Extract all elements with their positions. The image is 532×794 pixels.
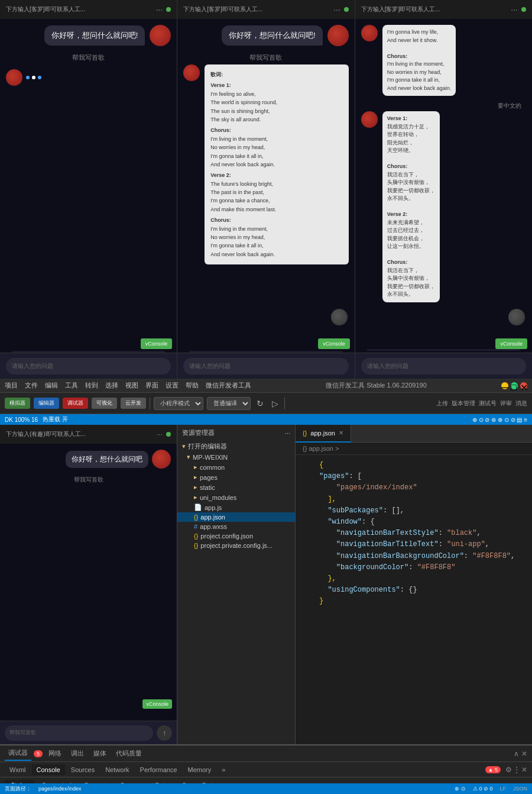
devtools-tab-network[interactable]: 网络 (45, 747, 65, 760)
toolbar-version-label: 版本管理 (452, 399, 475, 408)
devtools-collapse-icon[interactable]: ∧ (514, 750, 519, 758)
preview-vconsole-btn[interactable]: vConsole (142, 699, 172, 709)
editor-breadcrumb: {} app.json > (296, 443, 532, 455)
devtools-tab-more[interactable]: » (217, 764, 230, 775)
tree-item-project-private[interactable]: {} project.private.config.js... (177, 541, 295, 550)
line-num-11 (300, 573, 312, 585)
menu-item-devtools[interactable]: 微信开发者工具 (206, 381, 251, 390)
tree-item-project-config[interactable]: {} project.config.json (177, 531, 295, 541)
vconsole-btn-3[interactable]: vConsole (495, 338, 527, 349)
window-min-btn[interactable]: ─ (501, 382, 508, 389)
ai-avatar-3 (361, 25, 378, 41)
menu-item-select[interactable]: 选择 (105, 381, 118, 390)
code-content[interactable]: { "pages": [ "pages/index/index" ], "sub… (296, 455, 532, 744)
menu-item-help[interactable]: 帮助 (186, 381, 199, 390)
ai-avatar-1 (6, 69, 22, 86)
phone-input-1[interactable]: 请输入您的问题 (6, 358, 171, 375)
tree-item-appjs[interactable]: 📄 app.js (177, 502, 295, 512)
preview-send-btn[interactable]: ↑ (157, 725, 172, 741)
ide-bottom-status: 页面路径： pages/index/index ⊕ ⊙ ⚠ 0 ⊘ 0 LF J… (0, 783, 532, 794)
menu-item-edit[interactable]: 编辑 (45, 381, 58, 390)
window-close-btn[interactable]: ✕ (520, 382, 527, 389)
devtools-close2-icon[interactable]: ✕ (521, 766, 527, 774)
devtools-error-badge: ▲ 5 (485, 766, 501, 773)
code-text-3: "pages/index/index" (319, 482, 527, 493)
devtools-tab-network2[interactable]: Network (100, 764, 134, 775)
toolbar-editor-btn[interactable]: 编辑器 (34, 398, 59, 409)
devtools-tab-debug[interactable]: 调试器 (5, 746, 31, 761)
devtools-tab-sources[interactable]: Sources (66, 764, 99, 775)
tree-item-open-editors[interactable]: ▾ 打开的编辑器 (177, 441, 295, 452)
menu-item-goto[interactable]: 转到 (85, 381, 98, 390)
vconsole-btn-2[interactable]: vConsole (318, 338, 350, 349)
toolbar: 模拟器 编辑器 调试器 可视化 云开发 小程序模式 普通编译 ↻ ▷ 上传 版本… (0, 393, 532, 414)
code-line-7: "navigationBarTextStyle": "black", (300, 528, 527, 539)
toolbar-debugger-btn[interactable]: 调试器 (63, 398, 88, 409)
tab-close-icon[interactable]: ✕ (339, 430, 343, 436)
devtools-tab-output[interactable]: 调出 (67, 747, 87, 760)
tree-item-common[interactable]: ▸ common (177, 462, 295, 472)
verse1-2: I'm feeling so alive,The world is spinni… (210, 90, 342, 124)
code-line-3: "pages/index/index" (300, 482, 527, 493)
tree-item-appjson[interactable]: {} app.json (177, 512, 295, 522)
compile-select[interactable]: 普通编译 (207, 397, 251, 410)
devtools-tab-console[interactable]: Console (32, 764, 65, 775)
greeting-bubble-1: 你好呀，想问什么就问吧! (44, 25, 145, 46)
tree-label-project-config: project.config.json (200, 532, 253, 540)
phone-bottom-bar-2: 请输入您的问题 (177, 353, 354, 379)
menu-item-file[interactable]: 文件 (25, 381, 38, 390)
more-icon-2[interactable]: ··· (333, 5, 340, 14)
menu-item-view[interactable]: 视图 (125, 381, 138, 390)
phone-bottom-bar-1: 请输入您的问题 (0, 353, 177, 379)
bottom-counts: ⚠ 0 ⊘ 0 (473, 786, 493, 792)
chorus2-2: I'm living in the moment,No worries in m… (210, 225, 342, 259)
devtools-tab-memory[interactable]: Memory (183, 764, 216, 775)
line-num-2 (300, 471, 312, 482)
editor-tab-appjson[interactable]: {} app.json ✕ (296, 425, 351, 443)
more-icon-1[interactable]: ··· (156, 5, 163, 14)
toolbar-visual-btn[interactable]: 可视化 (92, 398, 117, 409)
explorer-more-btn[interactable]: ··· (285, 430, 290, 437)
devtools-settings-icon[interactable]: ⚙ (505, 766, 512, 774)
toolbar-msg-label: 消息 (515, 399, 527, 408)
file-pprivate-icon: {} (194, 542, 198, 549)
tree-item-appwxss[interactable]: # app.wxss (177, 522, 295, 531)
toolbar-review-label: 评审 (500, 399, 512, 408)
top-lyrics-bubble: I'm gonna live my life,And never let it … (382, 25, 456, 96)
tree-item-mp-weixin[interactable]: ▾ MP-WEIXIN (177, 452, 295, 462)
forward-icon[interactable]: ▷ (270, 398, 281, 409)
devtools-tab-quality[interactable]: 代码质量 (112, 747, 145, 760)
devtools-tab-wxml[interactable]: Wxml (5, 764, 31, 775)
menu-item-interface[interactable]: 界面 (145, 381, 158, 390)
devtools-tab-media[interactable]: 媒体 (90, 747, 110, 760)
tree-item-static[interactable]: ▸ static (177, 482, 295, 492)
preview-input[interactable]: 帮我写首歌 (5, 725, 153, 741)
phone-content-2: 你好呀，想问什么就问吧! 帮我写首歌 歌词: Verse 1: I'm feel… (177, 19, 354, 379)
editor-tabs: {} app.json ✕ (296, 425, 532, 443)
toolbar-simulator-btn[interactable]: 模拟器 (5, 398, 30, 409)
tree-item-uni-modules[interactable]: ▸ uni_modules (177, 492, 295, 502)
phone-input-3[interactable]: 请输入您的问题 (361, 358, 526, 375)
more-icon-3[interactable]: ··· (511, 5, 518, 14)
code-editor: {} app.json ✕ {} app.json > { "pages": [… (296, 425, 532, 744)
devtools-vertical-dots[interactable]: ⋮ (513, 766, 520, 774)
menu-item-settings[interactable]: 设置 (166, 381, 179, 390)
file-wxss-icon: # (194, 523, 197, 530)
refresh-icon[interactable]: ↻ (254, 398, 266, 409)
toolbar-cloud-btn[interactable]: 云开发 (121, 398, 146, 409)
tree-item-pages[interactable]: ▸ pages (177, 472, 295, 482)
code-text-10: "backgroundColor": "#F8F8F8" (319, 562, 527, 573)
menu-item-project[interactable]: 项目 (5, 381, 18, 390)
phone-input-2[interactable]: 请输入您的问题 (183, 358, 348, 375)
menu-item-tools[interactable]: 工具 (65, 381, 78, 390)
mode-select[interactable]: 小程序模式 (154, 397, 203, 410)
devtools-close-icon[interactable]: ✕ (521, 750, 527, 758)
vconsole-btn-1[interactable]: vConsole (141, 338, 173, 349)
bottom-page-path: pages/index/index (38, 786, 82, 792)
window-max-btn[interactable]: □ (511, 382, 518, 389)
preview-status-dot (166, 432, 171, 437)
phone-header-icons-1: ··· (156, 5, 171, 14)
preview-more-icon[interactable]: ··· (157, 430, 163, 438)
phone-header-icons-2: ··· (333, 5, 349, 14)
devtools-tab-performance[interactable]: Performance (135, 764, 182, 775)
